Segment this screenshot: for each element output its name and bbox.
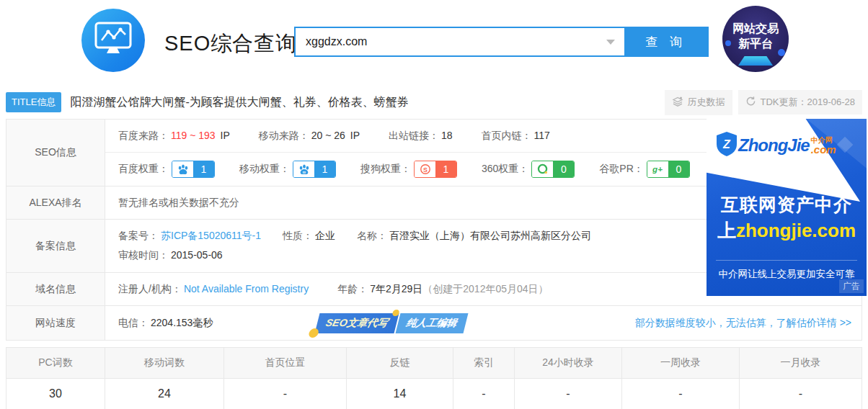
home-links-value: 117 — [534, 130, 550, 141]
stat-value[interactable]: 14 — [347, 379, 453, 409]
seo-writing-promo-banner[interactable]: SEO文章代写 纯人工编辑 — [315, 313, 469, 333]
stat-col-24h-included: 24小时收录 - — [515, 348, 622, 409]
estimate-details-link[interactable]: 部分数据维度较小，无法估算，了解估价详情 >> — [635, 317, 851, 330]
shield-z-icon: Z — [715, 131, 738, 160]
refresh-icon — [745, 96, 756, 109]
baidu-weight-value: 1 — [193, 161, 214, 177]
ad-headline-1: 互联网资产中介 — [707, 193, 867, 217]
domain-age-label: 年龄： — [337, 283, 368, 295]
icp-number-link[interactable]: 苏ICP备15020611号-1 — [161, 230, 261, 241]
stat-col-week-included: 一周收录 - — [622, 348, 740, 409]
outbound-links-label: 出站链接： — [389, 130, 439, 141]
baidu-mobile-paw-icon: m — [293, 161, 314, 177]
stat-value[interactable]: - — [740, 379, 862, 409]
query-button[interactable]: 查 询 — [624, 28, 707, 55]
mobile-weight-badge[interactable]: m 1 — [293, 161, 336, 178]
decor-dot — [308, 328, 319, 338]
layers-icon — [672, 96, 683, 109]
svg-text:g+: g+ — [652, 165, 663, 174]
stat-value[interactable]: - — [622, 379, 739, 409]
keyword-stats-table: PC词数 30 移动词数 24 首页位置 - 反链 14 索引 - 24小时收录… — [6, 347, 862, 409]
main-area: SEO信息 百度来路：119 ~ 193 IP 移动来路：20 ~ 26 IP … — [6, 119, 862, 341]
icp-name-value: 百澄实业（上海）有限公司苏州高新区分公司 — [389, 230, 591, 241]
ad-brand-com: .com — [811, 144, 836, 155]
mobile-weight-label: 移动权重： — [239, 163, 290, 176]
svg-text:Z: Z — [722, 138, 731, 150]
domain-created-note: （创建于2012年05月04日） — [422, 283, 548, 295]
360-weight-badge[interactable]: 0 — [531, 161, 575, 178]
promo-right-text: 纯人工编辑 — [395, 313, 468, 333]
icp-audit-label: 审核时间： — [118, 249, 169, 261]
stat-value[interactable]: 24 — [105, 379, 223, 409]
baidu-paw-icon — [172, 161, 193, 177]
home-links-label: 首页内链： — [482, 130, 532, 141]
icp-audit-value: 2015-05-06 — [171, 249, 223, 261]
baidu-weight-badge[interactable]: 1 — [172, 161, 215, 178]
stat-header: 一月收录 — [740, 348, 862, 379]
search-dropdown-toggle[interactable] — [597, 28, 624, 55]
ad-divider — [716, 260, 857, 261]
history-data-label: 历史数据 — [688, 96, 725, 109]
site-logo[interactable] — [81, 9, 145, 72]
stat-header: PC词数 — [6, 348, 105, 379]
baidu-traffic-value: 119 ~ 193 — [171, 130, 216, 141]
tdk-update-button[interactable]: TDK更新：2019-06-28 — [738, 90, 863, 114]
ad-headline-prefix: 上 — [717, 220, 736, 241]
google-pr-badge[interactable]: g+ 0 — [647, 161, 690, 178]
registrant-link[interactable]: Not Available From Registry — [184, 283, 309, 295]
platform-shape — [738, 56, 773, 66]
ad-label: 广告 — [839, 279, 864, 293]
sogou-weight-value: 1 — [435, 161, 456, 177]
stat-header: 反链 — [347, 348, 453, 379]
mobile-traffic-value: 20 ~ 26 — [311, 130, 345, 141]
zhongjie-logo: Z ZhongJie 中介网 .com — [715, 131, 836, 160]
promo-badge-line1: 网站交易 — [722, 22, 789, 37]
svg-text:m: m — [302, 171, 305, 174]
stat-value[interactable]: 30 — [6, 379, 105, 409]
search-input[interactable] — [296, 28, 597, 55]
google-plus-icon: g+ — [647, 161, 668, 177]
icp-nature-value: 企业 — [315, 230, 335, 241]
telecom-speed-value: 2204.153毫秒 — [151, 317, 213, 328]
title-bar: TITLE信息 阳澄湖蟹公馆牌大闸蟹-为顾客提供大闸蟹、礼券、价格表、螃蟹券 历… — [6, 90, 862, 114]
decor-dot — [778, 49, 785, 56]
alexa-value: 暂无排名或相关数据不充分 — [118, 197, 239, 210]
mobile-traffic-unit: IP — [350, 130, 360, 141]
icp-nature-label: 性质： — [283, 230, 313, 241]
row-label-domain: 域名信息 — [6, 273, 105, 305]
stat-value[interactable]: - — [453, 379, 514, 409]
stat-header: 一周收录 — [622, 348, 739, 379]
page-title: SEO综合查询 — [164, 30, 297, 58]
stat-value[interactable]: - — [515, 379, 621, 409]
row-label-speed: 网站速度 — [6, 306, 105, 340]
stat-value[interactable]: - — [224, 379, 346, 409]
sogou-weight-badge[interactable]: S 1 — [414, 161, 457, 178]
stat-header: 首页位置 — [224, 348, 346, 379]
360-weight-value: 0 — [553, 161, 574, 177]
stat-header: 24小时收录 — [515, 348, 621, 379]
header: SEO综合查询 查 询 网站交易 新平台 — [0, 0, 868, 85]
decor-dot — [391, 310, 399, 316]
baidu-traffic-label: 百度来路： — [118, 130, 169, 141]
ad-brand-cn: 中介网 — [811, 137, 836, 144]
outbound-links-value: 18 — [441, 130, 453, 141]
baidu-traffic-unit: IP — [221, 130, 230, 141]
domain-age-value: 7年2月29日 — [370, 283, 422, 295]
stat-col-pc-words: PC词数 30 — [6, 348, 105, 409]
row-label-icp: 备案信息 — [6, 220, 105, 272]
mobile-weight-value: 1 — [314, 161, 335, 177]
stat-header: 移动词数 — [105, 348, 223, 379]
icp-name-label: 名称： — [357, 230, 387, 241]
registrant-label: 注册人/机构： — [118, 283, 182, 295]
row-label-alexa: ALEXA排名 — [6, 186, 105, 219]
tdk-update-label: TDK更新：2019-06-28 — [761, 96, 856, 109]
sogou-weight-label: 搜狗权重： — [360, 163, 411, 176]
site-trade-platform-badge[interactable]: 网站交易 新平台 — [722, 6, 789, 72]
ad-brand-text: ZhongJie — [738, 135, 810, 156]
history-data-button[interactable]: 历史数据 — [665, 90, 732, 115]
row-speed: 网站速度 电信：2204.153毫秒 SEO文章代写 纯人工编辑 部分数据维度较… — [6, 306, 862, 340]
zhongjie-ad-banner[interactable]: Z ZhongJie 中介网 .com 互联网资产中介 上zhongjie.co… — [707, 119, 867, 296]
google-pr-value: 0 — [668, 161, 689, 177]
stat-col-month-included: 一月收录 - — [740, 348, 862, 409]
ad-headline-2: 上zhongjie.com — [707, 218, 867, 243]
